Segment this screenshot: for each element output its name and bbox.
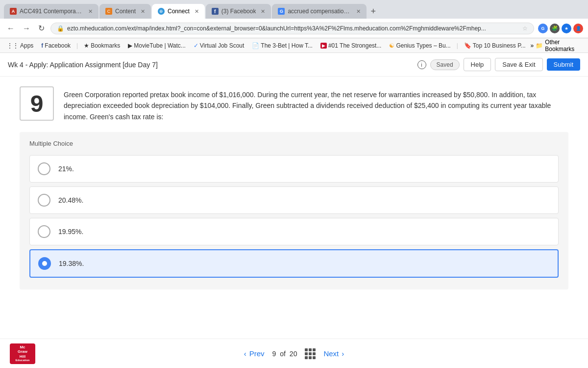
question-area: 9 Green Corporation reported pretax book… [0,77,588,339]
saved-badge: Saved [430,59,460,70]
strongest-icon: ▶ [320,43,327,49]
forward-button[interactable]: → [21,23,32,34]
ext-icon-3[interactable]: ★ [562,24,571,33]
bookmark-star-icon[interactable]: ☆ [522,25,528,32]
google-ext-icon[interactable]: G [538,24,548,33]
next-button[interactable]: Next › [323,349,344,358]
choice-d[interactable]: 19.38%. [29,249,559,278]
assignment-title: Wk 4 - Apply: Application Assignment [du… [8,61,414,69]
multiple-choice-section: Multiple Choice 21%. 20.48%. 19.95%. [20,132,568,289]
info-icon[interactable]: i [417,60,426,69]
tab-connect-close[interactable]: ✕ [195,8,199,15]
question-container: 9 Green Corporation reported pretax book… [20,86,568,122]
other-bookmarks-label: Other Bookmarks [545,39,584,53]
bookmark-more-button[interactable]: » 📁 Other Bookmarks [531,39,584,53]
save-exit-button[interactable]: Save & Exit [495,58,542,71]
choice-c[interactable]: 19.95%. [29,218,559,245]
bet-icon: 📄 [252,42,259,49]
bookmark-apps-label: Apps [20,42,33,49]
footer: Mc Graw Hill Education ‹ Prev 9 of 20 [0,339,588,368]
browser-window: A ACC491 Contemporary Auditin ✕ C Conten… [0,0,588,368]
radio-b[interactable] [38,194,50,207]
bookmark-strongest[interactable]: ▶ #01 The Strongest... [318,41,385,50]
genius-icon: ☯ [389,42,394,49]
sep1: | [76,42,78,49]
facebook-icon: f [41,42,43,49]
tab-google[interactable]: G accrued compensation - Goog ✕ [272,4,367,19]
total-pages: 20 [290,350,297,358]
choice-c-label: 19.95%. [58,228,83,236]
bookmark-bet[interactable]: 📄 The 3-Bet | How T... [249,41,316,50]
question-number: 9 [30,90,44,117]
bookmarks-icon: ★ [84,42,89,49]
bookmark-vjs-label: Virtual Job Scout [200,42,245,49]
radio-d[interactable] [38,257,51,270]
logo-line2: Graw [15,349,29,354]
tab-google-favicon: G [278,8,285,15]
bookmark-strongest-label: #01 The Strongest... [328,42,382,49]
tab-connect[interactable]: ⊕ Connect ✕ [152,4,205,19]
footer-navigation: ‹ Prev 9 of 20 [244,348,344,359]
tab-bar: A ACC491 Contemporary Auditin ✕ C Conten… [0,0,588,19]
profile-icon[interactable]: 👤 [573,24,583,33]
bookmark-apps[interactable]: ⋮⋮ Apps [4,41,36,50]
other-bookmarks-icon: 📁 [536,42,543,49]
radio-dot [42,261,47,266]
choice-b-label: 20.48%. [58,196,83,204]
tab-content[interactable]: C Content ✕ [99,4,151,19]
reload-button[interactable]: ↻ [36,23,47,34]
current-page: 9 [272,350,276,358]
tab-acc[interactable]: A ACC491 Contemporary Auditin ✕ [4,4,98,19]
movietube-icon: ▶ [128,42,132,49]
bookmark-bookmarks-label: Bookmarks [91,42,120,49]
tab-content-label: Content [115,8,136,15]
prev-button[interactable]: ‹ Prev [244,349,265,358]
tab-connect-label: Connect [168,8,190,15]
choice-d-label: 19.38%. [59,260,84,267]
bookmark-genius-label: Genius Types – Bu... [396,42,450,49]
sep2: | [457,42,458,49]
radio-c[interactable] [38,225,50,238]
submit-button[interactable]: Submit [547,58,580,71]
bookmark-movietube[interactable]: ▶ MovieTube | Watc... [125,41,189,50]
bookmark-facebook[interactable]: f Facebook [38,41,74,50]
address-bar: ← → ↻ 🔒 ezto.mheducation.com/ext/map/ind… [0,19,588,38]
main-content: Wk 4 - Apply: Application Assignment [du… [0,53,588,368]
tab-acc-label: ACC491 Contemporary Auditin [20,8,83,15]
tab-facebook[interactable]: f (3) Facebook ✕ [206,4,271,19]
tab-connect-favicon: ⊕ [158,8,165,15]
tab-facebook-label: (3) Facebook [221,8,256,15]
bookmark-vjs[interactable]: ✓ Virtual Job Scout [191,41,247,50]
tab-facebook-close[interactable]: ✕ [261,8,265,15]
bookmarks-bar: ⋮⋮ Apps f Facebook | ★ Bookmarks ▶ Movie… [0,38,588,53]
bookmark-top10-label: Top 10 Business P... [473,42,526,49]
page-indicator: 9 of 20 [272,350,297,358]
new-tab-button[interactable]: + [368,6,379,17]
bookmark-movietube-label: MovieTube | Watc... [134,42,186,49]
logo-line4: Education [15,359,29,362]
question-number-box: 9 [20,86,54,121]
url-bar[interactable]: 🔒 ezto.mheducation.com/ext/map/index.htm… [50,23,534,34]
bookmark-top10[interactable]: 🔖 Top 10 Business P... [461,41,529,50]
ext-icon-2[interactable]: 🧩 [550,24,560,33]
back-button[interactable]: ← [5,23,17,34]
tab-content-close[interactable]: ✕ [141,8,145,15]
assignment-header: Wk 4 - Apply: Application Assignment [du… [0,53,588,77]
help-button[interactable]: Help [464,58,491,71]
url-text: ezto.mheducation.com/ext/map/index.html?… [67,25,519,32]
bookmark-genius[interactable]: ☯ Genius Types – Bu... [386,41,453,50]
bookmark-bookmarks[interactable]: ★ Bookmarks [81,41,123,50]
grid-view-icon[interactable] [305,348,316,359]
tab-google-close[interactable]: ✕ [356,8,361,15]
prev-arrow-icon: ‹ [244,349,246,358]
tab-acc-close[interactable]: ✕ [88,8,93,15]
radio-a[interactable] [38,162,50,175]
mcgraw-hill-logo: Mc Graw Hill Education [10,343,35,364]
next-arrow-icon: › [342,349,344,358]
choice-b[interactable]: 20.48%. [29,186,559,214]
logo-line3: Hill [15,354,29,359]
top10-icon: 🔖 [464,42,471,49]
tab-content-favicon: C [105,8,112,15]
prev-label: Prev [249,349,265,358]
choice-a[interactable]: 21%. [29,155,559,183]
